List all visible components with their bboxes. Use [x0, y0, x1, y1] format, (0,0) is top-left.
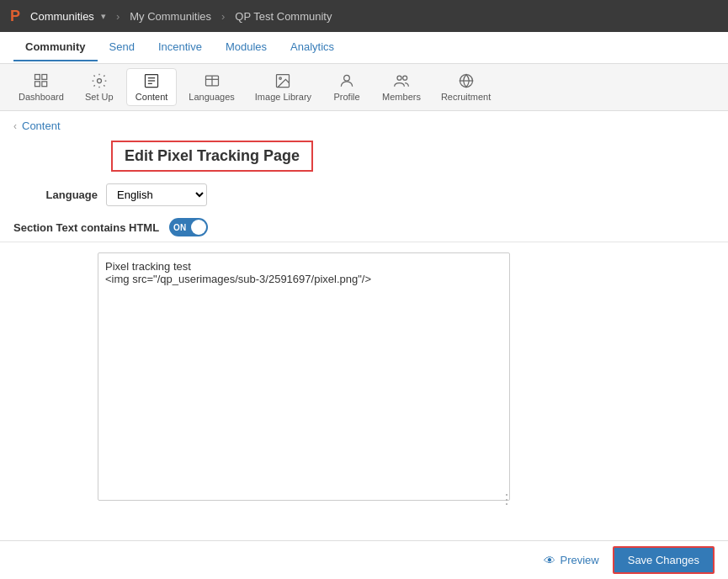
resize-handle: ⋮ — [500, 493, 508, 502]
svg-point-13 — [279, 77, 282, 80]
textarea-section: Pixel tracking test <img src="/qp_userim… — [0, 242, 728, 513]
preview-eye-icon: 👁 — [544, 554, 555, 567]
icon-nav-languages[interactable]: Languages — [180, 69, 242, 105]
html-toggle[interactable]: ON — [169, 218, 208, 236]
icon-nav-image-library[interactable]: Image Library — [247, 69, 320, 105]
section-text-row: Section Text contains HTML ON — [0, 213, 728, 242]
nav-community[interactable]: Community — [13, 34, 98, 61]
toggle-on-label: ON — [173, 223, 186, 232]
content-label: Content — [136, 92, 168, 102]
image-library-label: Image Library — [255, 92, 311, 102]
svg-point-15 — [397, 76, 401, 80]
separator-1: › — [116, 10, 120, 23]
toggle-knob — [191, 220, 206, 235]
profile-icon — [338, 72, 355, 89]
bottom-toolbar: 👁 Preview Save Changes — [0, 540, 728, 579]
languages-icon — [204, 72, 221, 89]
separator-2: › — [221, 10, 225, 23]
image-library-icon — [274, 72, 291, 89]
page-title: Edit Pixel Tracking Page — [111, 141, 313, 172]
gear-icon — [91, 72, 108, 89]
languages-label: Languages — [189, 92, 234, 102]
language-label: Language — [46, 189, 98, 201]
members-icon — [393, 72, 410, 89]
nav-my-communities[interactable]: My Communities — [130, 10, 211, 23]
icon-nav-content[interactable]: Content — [126, 68, 178, 106]
nav-incentive[interactable]: Incentive — [146, 34, 214, 61]
nav-modules[interactable]: Modules — [214, 34, 279, 61]
save-changes-button[interactable]: Save Changes — [613, 546, 715, 574]
icon-nav-setup[interactable]: Set Up — [76, 69, 123, 105]
svg-rect-2 — [42, 75, 47, 80]
icon-nav-members[interactable]: Members — [374, 69, 429, 105]
breadcrumb: ‹ Content — [0, 111, 728, 137]
content-textarea[interactable]: Pixel tracking test <img src="/qp_userim… — [98, 252, 510, 501]
members-label: Members — [382, 92, 421, 102]
icon-nav-dashboard[interactable]: Dashboard — [10, 69, 72, 105]
nav-communities[interactable]: Communities — [30, 10, 94, 23]
recruitment-icon — [458, 72, 475, 89]
svg-rect-3 — [42, 82, 47, 87]
profile-label: Profile — [333, 92, 359, 102]
setup-label: Set Up — [85, 92, 114, 102]
page-header: Edit Pixel Tracking Page — [0, 137, 728, 180]
svg-point-4 — [97, 79, 101, 83]
section-text-label: Section Text contains HTML — [13, 221, 159, 234]
dashboard-label: Dashboard — [19, 92, 64, 102]
communities-dropdown-icon[interactable]: ▾ — [101, 11, 106, 22]
secondary-navigation: Community Send Incentive Modules Analyti… — [0, 32, 728, 64]
icon-nav-recruitment[interactable]: Recruitment — [433, 69, 499, 105]
svg-rect-1 — [35, 82, 40, 87]
preview-link[interactable]: 👁 Preview — [544, 554, 598, 567]
icon-navigation: Dashboard Set Up Content Languages Image… — [0, 64, 728, 111]
language-row: Language English French Spanish — [0, 180, 728, 213]
dashboard-icon — [33, 72, 50, 89]
content-icon — [143, 72, 160, 89]
top-navigation-bar: P Communities ▾ › My Communities › QP Te… — [0, 0, 728, 32]
content-editor-wrapper: Pixel tracking test <img src="/qp_userim… — [98, 252, 510, 503]
svg-rect-0 — [35, 75, 40, 80]
svg-point-16 — [403, 76, 407, 80]
nav-qp-test-community[interactable]: QP Test Community — [235, 10, 332, 23]
logo-icon: P — [10, 8, 20, 25]
nav-analytics[interactable]: Analytics — [279, 34, 346, 61]
preview-label: Preview — [560, 554, 598, 566]
recruitment-label: Recruitment — [441, 92, 491, 102]
nav-send[interactable]: Send — [98, 34, 146, 61]
icon-nav-profile[interactable]: Profile — [323, 69, 370, 105]
main-content: ‹ Content Edit Pixel Tracking Page Langu… — [0, 111, 728, 513]
breadcrumb-sep-arrow: ‹ — [13, 120, 17, 132]
svg-point-14 — [344, 75, 350, 81]
language-select[interactable]: English French Spanish — [106, 183, 207, 206]
breadcrumb-content-link[interactable]: Content — [22, 120, 61, 132]
